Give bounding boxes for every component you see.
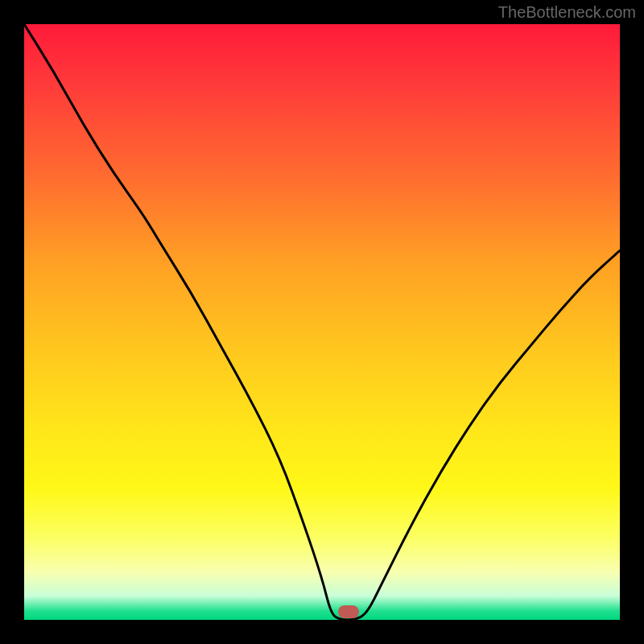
chart-frame: TheBottleneck.com [0,0,644,644]
bottleneck-curve-svg [24,24,620,620]
watermark-text: TheBottleneck.com [498,3,636,22]
bottleneck-curve-path [24,24,620,620]
optimum-marker [338,605,359,618]
